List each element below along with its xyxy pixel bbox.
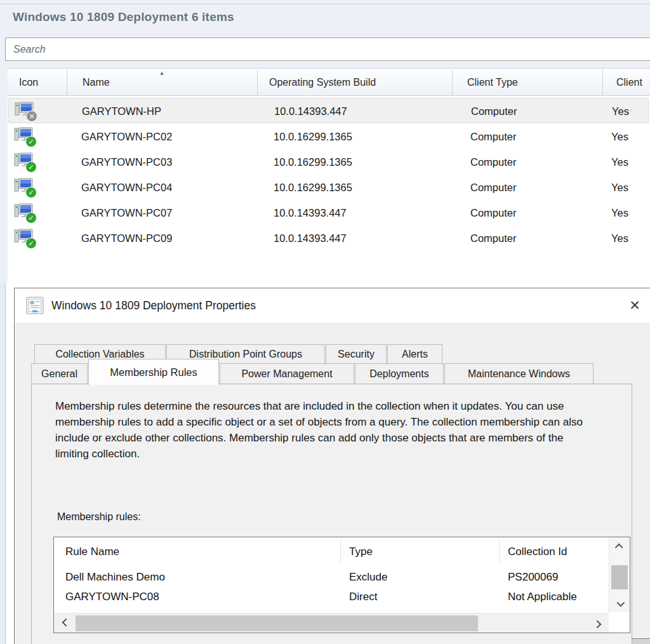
column-divider	[340, 539, 341, 563]
rules-column-collection-id[interactable]: Collection Id	[508, 542, 567, 561]
device-name: GARYTOWN-PC02	[81, 124, 172, 149]
search-input[interactable]	[5, 37, 650, 61]
tab-maintenance-windows[interactable]: Maintenance Windows	[444, 363, 594, 384]
device-os-build: 10.0.16299.1365	[274, 124, 352, 149]
column-divider	[452, 70, 453, 95]
table-row-garytown-hp[interactable]: ✕ GARYTOWN-HP 10.0.14393.447 Computer Ye…	[8, 98, 649, 123]
device-name: GARYTOWN-PC07	[81, 200, 172, 225]
device-client-type: Computer	[470, 124, 516, 149]
membership-rules-description: Membership rules determine the resources…	[55, 398, 587, 462]
table-row-garytown-pc09[interactable]: ✓ GARYTOWN-PC09 10.0.14393.447 Computer …	[8, 225, 649, 251]
device-os-build: 10.0.16299.1365	[274, 175, 352, 200]
properties-dialog-icon	[26, 297, 44, 314]
device-client-type: Computer	[471, 98, 517, 124]
device-client: Yes	[612, 98, 629, 124]
table-row-garytown-pc02[interactable]: ✓ GARYTOWN-PC02 10.0.16299.1365 Computer…	[8, 124, 649, 149]
horizontal-scrollbar[interactable]	[54, 613, 609, 633]
rule-type: Exclude	[349, 568, 387, 587]
dialog-titlebar: Windows 10 1809 Deployment Properties ✕	[15, 288, 650, 323]
status-ok-icon: ✓	[25, 238, 37, 249]
device-client: Yes	[611, 124, 628, 149]
properties-dialog: Windows 10 1809 Deployment Properties ✕ …	[14, 288, 650, 644]
device-name: GARYTOWN-PC03	[81, 149, 172, 175]
scroll-right-icon[interactable]	[588, 614, 607, 633]
device-name: GARYTOWN-PC04	[81, 175, 172, 200]
device-client: Yes	[611, 200, 628, 225]
membership-rules-listview: Rule Name Type Collection Id Dell Machin…	[53, 537, 630, 633]
column-header-name[interactable]: Name	[83, 69, 110, 97]
device-client-type: Computer	[470, 175, 516, 200]
device-name: GARYTOWN-PC09	[81, 225, 172, 251]
tab-alerts[interactable]: Alerts	[387, 344, 442, 364]
device-os-build: 10.0.16299.1365	[274, 149, 352, 175]
scroll-up-icon[interactable]	[609, 537, 630, 555]
status-ok-icon: ✓	[25, 187, 37, 198]
dialog-title: Windows 10 1809 Deployment Properties	[51, 288, 256, 323]
device-client: Yes	[611, 175, 628, 200]
status-ok-icon: ✓	[25, 161, 37, 173]
computer-icon: ✓	[14, 177, 36, 198]
device-table-header: Icon Name Operating System Build Client …	[8, 68, 650, 96]
table-row-garytown-pc07[interactable]: ✓ GARYTOWN-PC07 10.0.14393.447 Computer …	[8, 200, 649, 225]
pane-top-divider	[0, 4, 650, 4]
tab-security[interactable]: Security	[326, 344, 387, 364]
device-os-build: 10.0.14393.447	[274, 225, 347, 251]
device-name: GARYTOWN-HP	[82, 98, 161, 124]
computer-icon: ✓	[14, 152, 36, 172]
device-table-body: ✕ GARYTOWN-HP 10.0.14393.447 Computer Ye…	[8, 96, 650, 283]
horizontal-scrollbar-thumb[interactable]	[76, 615, 478, 631]
collection-item-count: 6 items	[192, 10, 234, 23]
collection-id: Not Applicable	[508, 587, 577, 607]
table-row-garytown-pc04[interactable]: ✓ GARYTOWN-PC04 10.0.16299.1365 Computer…	[8, 175, 649, 200]
column-divider	[67, 70, 67, 95]
table-row-garytown-pc03[interactable]: ✓ GARYTOWN-PC03 10.0.16299.1365 Computer…	[8, 149, 649, 175]
status-ok-icon: ✓	[25, 212, 37, 224]
column-header-client-type[interactable]: Client Type	[467, 69, 518, 97]
scroll-left-icon[interactable]	[55, 614, 74, 633]
console-left-edge	[0, 283, 6, 644]
device-collection-pane: Windows 10 1809 Deployment 6 items Icon …	[0, 0, 650, 283]
vertical-scrollbar[interactable]	[609, 537, 630, 612]
device-client: Yes	[611, 225, 628, 251]
sort-ascending-icon[interactable]: ▲	[152, 70, 171, 76]
rule-name: Dell Machines Demo	[65, 568, 165, 587]
scroll-down-icon[interactable]	[609, 594, 630, 612]
computer-icon: ✓	[14, 203, 36, 223]
device-client-type: Computer	[470, 225, 516, 251]
collection-title: Windows 10 1809 Deployment 6 items	[13, 10, 234, 24]
rule-type: Direct	[349, 587, 377, 607]
vertical-scrollbar-thumb[interactable]	[611, 565, 628, 589]
column-header-client[interactable]: Client	[616, 69, 642, 97]
computer-icon: ✕	[15, 101, 36, 121]
status-error-icon: ✕	[26, 111, 37, 122]
computer-icon: ✓	[14, 228, 36, 248]
sccm-console-screen: Windows 10 1809 Deployment 6 items Icon …	[0, 0, 650, 644]
tab-power-management[interactable]: Power Management	[220, 363, 354, 384]
device-os-build: 10.0.14393.447	[274, 200, 347, 225]
rules-column-rule-name[interactable]: Rule Name	[65, 542, 119, 561]
status-ok-icon: ✓	[25, 136, 37, 147]
close-icon[interactable]: ✕	[624, 295, 646, 316]
column-divider	[257, 70, 258, 95]
device-client-type: Computer	[470, 200, 516, 225]
membership-rules-tab-page: Membership rules determine the resources…	[31, 384, 632, 644]
collection-id: PS200069	[508, 568, 558, 587]
collection-name: Windows 10 1809 Deployment	[13, 10, 188, 23]
tab-membership-rules[interactable]: Membership Rules	[88, 359, 219, 385]
device-os-build: 10.0.14393.447	[274, 98, 347, 124]
rules-column-type[interactable]: Type	[349, 542, 373, 561]
column-divider	[602, 70, 603, 95]
device-client: Yes	[611, 149, 628, 175]
rule-name: GARYTOWN-PC08	[65, 587, 159, 607]
tab-general[interactable]: General	[31, 363, 88, 384]
tab-deployments[interactable]: Deployments	[355, 363, 444, 384]
computer-icon: ✓	[14, 126, 36, 147]
column-header-os-build[interactable]: Operating System Build	[269, 69, 376, 97]
membership-rules-label: Membership rules:	[57, 511, 141, 523]
column-divider	[499, 539, 500, 563]
device-client-type: Computer	[470, 149, 516, 175]
column-header-icon[interactable]: Icon	[19, 69, 38, 97]
